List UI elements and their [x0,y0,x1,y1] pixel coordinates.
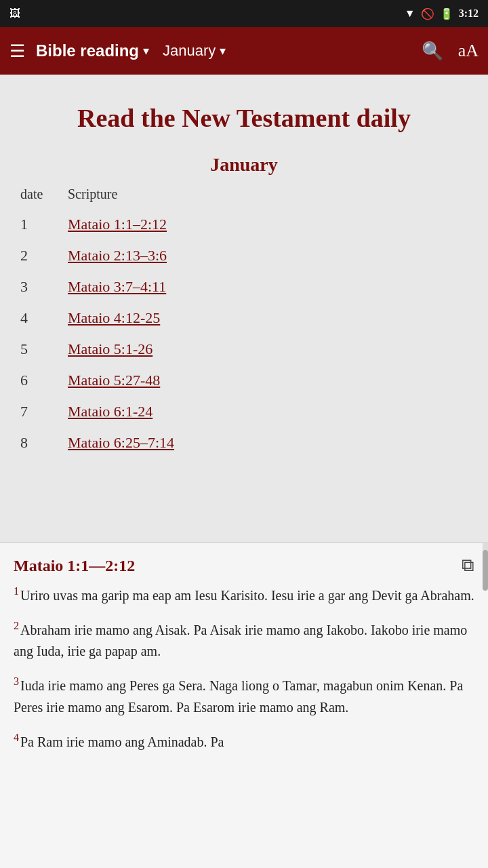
scripture-link[interactable]: Mataio 3:7–4:11 [68,278,166,295]
popup-body: 1Uriro uvas ma garip ma eap am Iesu Kari… [0,583,488,777]
verse-block: 1Uriro uvas ma garip ma eap am Iesu Kari… [14,583,474,606]
scripture-link[interactable]: Mataio 1:1–2:12 [68,216,167,233]
scripture-table: date Scripture 1 Mataio 1:1–2:12 2 Matai… [20,182,468,458]
verse-text: Abraham irie mamo ang Aisak. Pa Aisak ir… [14,622,467,658]
image-icon: 🖼 [9,7,20,20]
verse-block: 2Abraham irie mamo ang Aisak. Pa Aisak i… [14,617,474,663]
day-cell: 7 [20,396,68,427]
page-heading: Read the New Testament daily [20,88,468,142]
menu-icon[interactable]: ☰ [9,41,25,62]
popup-panel: Mataio 1:1—2:12 ⧉ 1Uriro uvas ma garip m… [0,542,488,868]
font-size-icon[interactable]: aA [458,41,479,61]
verse-block: 3Iuda irie mamo ang Peres ga Sera. Naga … [14,673,474,718]
day-cell: 2 [20,240,68,271]
status-bar: 🖼 ▼ 🚫 🔋 3:12 [0,0,488,27]
verse-text: Pa Ram irie mamo ang Aminadab. Pa [20,734,224,749]
main-content: Read the New Testament daily January dat… [0,75,488,458]
title-dropdown-arrow: ▾ [143,43,149,58]
day-cell: 5 [20,334,68,365]
verse-number: 2 [14,620,19,631]
toolbar-month: January [163,42,216,60]
toolbar-title: Bible reading [36,41,139,60]
verse-number: 4 [14,732,19,743]
verse-text: Uriro uvas ma garip ma eap am Iesu Karis… [20,588,474,603]
toolbar: ☰ Bible reading ▾ January ▾ 🔍 aA [0,27,488,75]
bible-reading-dropdown-button[interactable]: Bible reading ▾ [36,41,149,60]
external-link-icon[interactable]: ⧉ [462,555,474,576]
verse-number: 3 [14,675,19,687]
scripture-link[interactable]: Mataio 6:25–7:14 [68,434,174,451]
month-dropdown-button[interactable]: January ▾ [163,42,226,60]
table-row: 6 Mataio 5:27-48 [20,365,468,396]
day-cell: 6 [20,365,68,396]
battery-icon: 🔋 [440,7,453,20]
table-row: 4 Mataio 4:12-25 [20,302,468,334]
popup-scrollbar[interactable] [483,543,488,583]
scripture-column-header: Scripture [68,182,468,209]
status-right: ▼ 🚫 🔋 3:12 [405,7,479,20]
table-row: 3 Mataio 3:7–4:11 [20,271,468,302]
day-cell: 3 [20,271,68,302]
popup-header: Mataio 1:1—2:12 ⧉ [0,543,488,583]
scripture-link[interactable]: Mataio 4:12-25 [68,309,160,326]
table-header-row: date Scripture [20,182,468,209]
table-row: 2 Mataio 2:13–3:6 [20,240,468,271]
scripture-link[interactable]: Mataio 5:1-26 [68,340,152,357]
popup-title: Mataio 1:1—2:12 [14,557,135,575]
month-heading: January [20,142,468,182]
day-cell: 1 [20,209,68,240]
scripture-link[interactable]: Mataio 5:27-48 [68,372,160,389]
status-time: 3:12 [459,7,479,20]
month-dropdown-arrow: ▾ [220,43,226,58]
verse-number: 1 [14,585,19,597]
popup-scrollbar-thumb [483,550,488,591]
verse-text: Iuda irie mamo ang Peres ga Sera. Naga l… [14,678,463,715]
scripture-link[interactable]: Mataio 2:13–3:6 [68,247,167,264]
table-row: 8 Mataio 6:25–7:14 [20,427,468,458]
day-cell: 4 [20,302,68,334]
scripture-link[interactable]: Mataio 6:1-24 [68,403,152,420]
table-row: 5 Mataio 5:1-26 [20,334,468,365]
date-column-header: date [20,182,68,209]
day-cell: 8 [20,427,68,458]
signal-icon: 🚫 [421,7,434,20]
table-row: 7 Mataio 6:1-24 [20,396,468,427]
table-row: 1 Mataio 1:1–2:12 [20,209,468,240]
status-left: 🖼 [9,7,20,20]
wifi-icon: ▼ [405,7,415,20]
search-icon[interactable]: 🔍 [422,41,443,62]
verse-block: 4Pa Ram irie mamo ang Aminadab. Pa [14,729,474,753]
